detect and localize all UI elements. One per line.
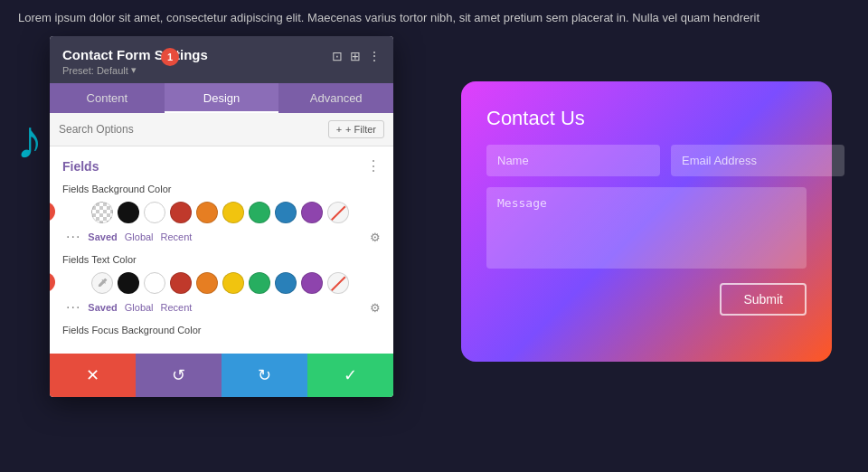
recent-link-text[interactable]: Recent (161, 302, 193, 313)
meta-dots-bg[interactable]: ··· (66, 229, 80, 245)
cancel-button[interactable]: ✕ (50, 354, 136, 397)
field-label-text: Fields Text Color (62, 254, 381, 265)
panel-footer: ✕ ↺ ↻ ✓ (50, 354, 393, 397)
color-swatch-orange[interactable] (196, 202, 218, 223)
gear-icon-bg[interactable]: ⚙ (370, 231, 381, 244)
color-swatch-yellow[interactable] (222, 202, 244, 223)
panel-tabs: Content Design Advanced (50, 83, 393, 113)
filter-label: + Filter (345, 124, 376, 135)
color-swatch-text-yellow[interactable] (222, 272, 244, 294)
fields-section-dots[interactable]: ⋮ (366, 157, 381, 175)
panel-header-icons: ⊡ ⊞ ⋮ (332, 47, 381, 63)
preset-label: Preset: Default (62, 65, 128, 76)
color-row-bg (91, 202, 381, 223)
search-bar: + + Filter (50, 113, 393, 146)
more-icon[interactable]: ⋮ (368, 49, 381, 63)
saved-link-text[interactable]: Saved (88, 302, 117, 313)
color-swatch-purple[interactable] (301, 202, 323, 223)
colors-meta-bg: ··· Saved Global Recent ⚙ (62, 229, 381, 245)
color-swatch-red[interactable] (170, 202, 192, 223)
submit-button[interactable]: Submit (720, 283, 807, 316)
color-swatch-eyedropper[interactable] (91, 272, 113, 294)
chevron-down-icon: ▾ (131, 64, 137, 76)
section-title-fields: Fields (62, 159, 99, 174)
color-swatch-black[interactable] (118, 202, 139, 223)
submit-row: Submit (486, 283, 807, 316)
filter-button[interactable]: + + Filter (328, 120, 384, 138)
global-link-text[interactable]: Global (125, 302, 154, 313)
name-input[interactable] (486, 145, 660, 176)
color-swatch-blue[interactable] (275, 202, 297, 223)
color-swatch-text-none[interactable] (327, 272, 349, 294)
badge-1: 1 (161, 48, 179, 66)
message-textarea[interactable] (486, 187, 807, 269)
colors-meta-text: ··· Saved Global Recent ⚙ (62, 299, 381, 316)
grid-icon[interactable]: ⊞ (350, 49, 361, 63)
contact-form-preview: Contact Us Submit (461, 81, 832, 362)
color-swatch-text-purple[interactable] (301, 272, 323, 294)
panel-header: Contact Form Settings Preset: Default ▾ … (50, 36, 393, 83)
email-input[interactable] (671, 145, 844, 176)
redo-button[interactable]: ↻ (222, 354, 307, 397)
field-label-bg: Fields Background Color (62, 184, 381, 194)
panel-preset[interactable]: Preset: Default ▾ (62, 64, 208, 76)
form-row-name-email (486, 145, 807, 176)
badge-2: 2 (50, 202, 55, 222)
color-swatch-text-orange[interactable] (196, 272, 218, 294)
tab-advanced[interactable]: Advanced (278, 83, 393, 113)
color-row-text (91, 272, 381, 294)
field-label-focus: Fields Focus Background Color (62, 325, 381, 335)
badge-3: 3 (50, 272, 55, 292)
music-icon: ♪ (16, 109, 43, 171)
meta-dots-text[interactable]: ··· (66, 299, 80, 316)
tab-content[interactable]: Content (50, 83, 165, 113)
saved-link-bg[interactable]: Saved (88, 231, 117, 242)
section-header-fields: Fields ⋮ (62, 157, 381, 175)
gear-icon-text[interactable]: ⚙ (370, 301, 381, 315)
tab-design[interactable]: Design (165, 83, 279, 113)
color-swatch-text-green[interactable] (249, 272, 270, 294)
plus-icon: + (336, 124, 342, 135)
settings-panel: Contact Form Settings Preset: Default ▾ … (50, 36, 393, 397)
panel-title-area: Contact Form Settings Preset: Default ▾ (62, 47, 208, 76)
global-link-bg[interactable]: Global (125, 231, 154, 242)
color-swatch-text-red[interactable] (170, 272, 192, 294)
panel-title: Contact Form Settings (62, 47, 208, 62)
undo-button[interactable]: ↺ (136, 354, 222, 397)
color-swatch-transparent[interactable] (91, 202, 113, 223)
search-input[interactable] (59, 123, 321, 136)
color-swatch-white[interactable] (144, 202, 165, 223)
recent-link-bg[interactable]: Recent (161, 231, 193, 242)
color-swatch-none[interactable] (327, 202, 349, 223)
panel-content: Fields ⋮ Fields Background Color 2 ··· S… (50, 146, 393, 354)
confirm-button[interactable]: ✓ (307, 354, 393, 397)
background-text: Lorem ipsum dolor sit amet, consectetur … (0, 0, 868, 37)
color-swatch-text-blue[interactable] (275, 272, 297, 294)
color-swatch-text-white[interactable] (144, 272, 165, 294)
color-swatch-text-black[interactable] (118, 272, 139, 294)
expand-icon[interactable]: ⊡ (332, 49, 343, 63)
contact-form-title: Contact Us (486, 107, 807, 130)
color-swatch-green[interactable] (249, 202, 270, 223)
